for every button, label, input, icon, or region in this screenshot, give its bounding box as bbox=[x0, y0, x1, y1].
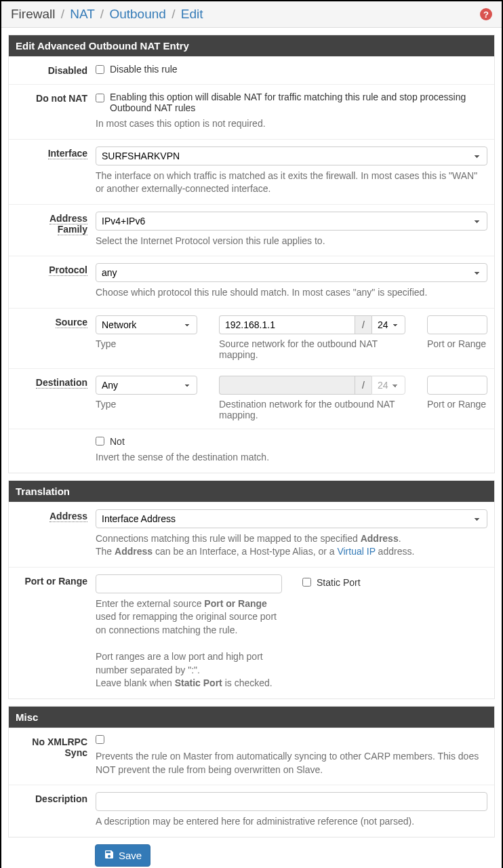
trans-port-help: Enter the external source Port or Range … bbox=[96, 597, 487, 690]
disabled-checkbox[interactable] bbox=[96, 65, 104, 74]
static-port-checkbox[interactable] bbox=[302, 578, 311, 587]
donotnat-checkbox[interactable] bbox=[96, 94, 104, 102]
panel-edit-nat: Edit Advanced Outbound NAT Entry Disable… bbox=[8, 35, 495, 473]
destination-label: Destination bbox=[36, 377, 87, 389]
dest-mask-select: 24 bbox=[371, 376, 405, 395]
dest-type-select[interactable]: Any bbox=[96, 376, 197, 395]
donotnat-help: In most cases this option is not require… bbox=[96, 117, 487, 131]
breadcrumb-sep: / bbox=[100, 7, 104, 21]
donotnat-text: Enabling this option will disable NAT fo… bbox=[110, 92, 487, 113]
dest-net-sub: Destination network for the outbound NAT… bbox=[219, 399, 405, 420]
breadcrumb-outbound[interactable]: Outbound bbox=[109, 7, 165, 21]
trans-port-label: Port or Range bbox=[24, 576, 87, 587]
dest-type-sub: Type bbox=[96, 399, 197, 410]
description-label: Description bbox=[35, 793, 87, 804]
interface-help: The interface on which traffic is matche… bbox=[96, 170, 487, 196]
source-mask-select[interactable]: 24 bbox=[371, 315, 405, 334]
static-port-label: Static Port bbox=[317, 577, 361, 588]
trans-address-select[interactable]: Interface Address bbox=[96, 509, 487, 528]
trans-address-label: Address bbox=[49, 511, 87, 522]
breadcrumb-root: Firewall bbox=[11, 7, 55, 21]
panel-translation: Translation Address Interface Address Co… bbox=[8, 480, 495, 699]
trans-address-help: Connections matching this rule will be m… bbox=[96, 532, 487, 559]
breadcrumb-edit[interactable]: Edit bbox=[181, 7, 203, 21]
save-button-label: Save bbox=[119, 850, 142, 861]
dest-port-input[interactable] bbox=[427, 376, 487, 395]
panel-heading: Edit Advanced Outbound NAT Entry bbox=[9, 35, 494, 56]
donotnat-label: Do not NAT bbox=[36, 93, 87, 104]
description-help: A description may be entered here for ad… bbox=[96, 815, 487, 829]
dest-not-text: Not bbox=[110, 436, 125, 447]
addrfamily-label2: Family bbox=[58, 224, 87, 235]
panel-heading: Misc bbox=[9, 707, 494, 728]
help-icon[interactable]: ? bbox=[480, 8, 492, 20]
save-icon bbox=[104, 849, 115, 862]
addrfamily-select[interactable]: IPv4+IPv6 bbox=[96, 212, 487, 231]
noxml-checkbox[interactable] bbox=[96, 735, 104, 744]
breadcrumb-sep: / bbox=[61, 7, 64, 21]
dest-port-sub: Port or Range bbox=[427, 399, 487, 410]
page-header: Firewall / NAT / Outbound / Edit ? bbox=[1, 1, 502, 28]
source-net-sub: Source network for the outbound NAT mapp… bbox=[219, 338, 405, 360]
breadcrumb-nat[interactable]: NAT bbox=[70, 7, 94, 21]
panel-misc: Misc No XMLRPC Sync Prevents the rule on… bbox=[8, 706, 495, 837]
dest-mask-sep: / bbox=[355, 376, 371, 395]
source-port-input[interactable] bbox=[427, 315, 487, 334]
protocol-help: Choose which protocol this rule should m… bbox=[96, 286, 487, 300]
dest-not-help: Invert the sense of the destination matc… bbox=[96, 451, 487, 465]
interface-label: Interface bbox=[48, 148, 87, 159]
noxml-label2: Sync bbox=[65, 747, 87, 758]
protocol-select[interactable]: any bbox=[96, 263, 487, 282]
source-label: Source bbox=[56, 317, 87, 328]
addrfamily-label1: Address bbox=[49, 213, 87, 224]
trans-port-input[interactable] bbox=[96, 574, 282, 593]
save-button[interactable]: Save bbox=[95, 844, 150, 867]
protocol-label: Protocol bbox=[49, 264, 87, 276]
source-port-sub: Port or Range bbox=[427, 338, 487, 349]
noxml-label1: No XMLRPC bbox=[32, 736, 87, 747]
source-mask-sep: / bbox=[355, 315, 371, 334]
dest-ip-input bbox=[219, 376, 355, 395]
breadcrumb: Firewall / NAT / Outbound / Edit bbox=[11, 7, 203, 22]
source-type-select[interactable]: Network bbox=[96, 315, 197, 334]
addrfamily-help: Select the Internet Protocol version thi… bbox=[96, 235, 487, 248]
interface-select[interactable]: SURFSHARKVPN bbox=[96, 146, 487, 165]
panel-heading: Translation bbox=[9, 481, 494, 502]
description-input[interactable] bbox=[96, 792, 487, 811]
disabled-label: Disabled bbox=[48, 65, 87, 76]
disabled-text: Disable this rule bbox=[110, 64, 178, 75]
virtual-ip-link[interactable]: Virtual IP bbox=[337, 546, 375, 557]
source-type-sub: Type bbox=[96, 338, 197, 349]
noxml-help: Prevents the rule on Master from automat… bbox=[96, 750, 487, 776]
breadcrumb-sep: / bbox=[172, 7, 175, 21]
source-ip-input[interactable] bbox=[219, 315, 355, 334]
dest-not-checkbox[interactable] bbox=[96, 437, 104, 446]
